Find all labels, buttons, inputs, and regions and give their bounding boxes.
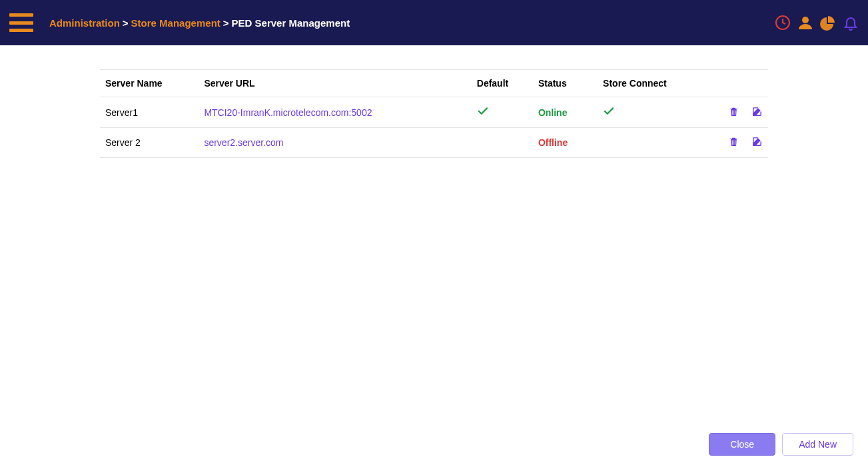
th-status: Status [533,70,598,97]
chart-pie-icon[interactable] [820,15,836,31]
cell-server-name: Server1 [100,97,199,128]
breadcrumb-separator: > [123,17,129,29]
th-server-url: Server URL [199,70,471,97]
app-header: Administration > Store Management > PED … [0,0,868,45]
status-badge: Offline [538,137,568,148]
server-url-link[interactable]: MTCI20-ImranK.microtelecom.com:5002 [204,107,372,118]
cell-status: Offline [533,128,598,158]
close-button[interactable]: Close [709,433,775,456]
menu-hamburger-icon[interactable] [9,13,33,32]
th-default: Default [472,70,533,97]
add-new-button[interactable]: Add New [782,433,853,456]
th-server-name: Server Name [100,70,199,97]
user-icon[interactable] [797,15,813,31]
cell-server-url: server2.server.com [199,128,471,158]
cell-status: Online [533,97,598,128]
cell-actions [693,97,768,128]
edit-icon[interactable] [751,106,763,117]
breadcrumb-administration[interactable]: Administration [49,17,120,29]
footer-actions: Close Add New [709,433,853,456]
trash-icon[interactable] [728,106,739,117]
servers-table: Server Name Server URL Default Status St… [100,69,768,158]
breadcrumb-store-management[interactable]: Store Management [131,17,220,29]
breadcrumb: Administration > Store Management > PED … [49,17,350,29]
cell-default [472,97,533,128]
th-store-connect: Store Connect [598,70,693,97]
cell-default [472,128,533,158]
cell-store-connect [598,97,693,128]
header-actions [775,15,859,31]
table-row: Server 2server2.server.comOffline [100,128,768,158]
svg-point-1 [802,17,809,23]
th-actions [693,70,768,97]
check-icon [603,109,615,119]
clock-icon[interactable] [775,15,791,31]
breadcrumb-separator: > [223,17,229,29]
server-url-link[interactable]: server2.server.com [204,137,283,148]
cell-store-connect [598,128,693,158]
cell-actions [693,128,768,158]
trash-icon[interactable] [728,136,739,147]
check-icon [477,109,489,119]
breadcrumb-current: PED Server Management [232,17,350,29]
status-badge: Online [538,107,568,118]
table-row: Server1MTCI20-ImranK.microtelecom.com:50… [100,97,768,128]
edit-icon[interactable] [751,136,763,147]
main-content: Server Name Server URL Default Status St… [0,45,868,158]
cell-server-url: MTCI20-ImranK.microtelecom.com:5002 [199,97,471,128]
cell-server-name: Server 2 [100,128,199,158]
bell-icon[interactable] [843,15,859,31]
